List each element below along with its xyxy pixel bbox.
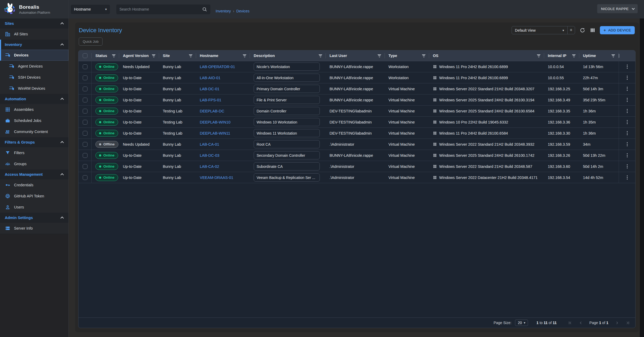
- kebab-menu-icon[interactable]: [626, 130, 629, 137]
- kebab-menu-icon[interactable]: [626, 174, 629, 181]
- next-page-icon[interactable]: [614, 319, 620, 326]
- sidebar-item-agent-devices[interactable]: Agent Devices: [0, 61, 68, 72]
- previous-page-icon[interactable]: [577, 319, 584, 326]
- column-header-os[interactable]: OS: [429, 50, 544, 61]
- hostname-link[interactable]: LAB-CA-02: [200, 164, 219, 169]
- app-logo[interactable]: Borealis Automation Platform: [0, 0, 68, 18]
- row-checkbox[interactable]: [83, 64, 87, 69]
- sidebar-item-winrm-devices[interactable]: WinRM Devices: [0, 83, 68, 94]
- sidebar-section-automation[interactable]: Automation: [0, 94, 68, 104]
- filter-icon[interactable]: [151, 53, 156, 58]
- table-row[interactable]: Online Up-to-Date Bunny Lab LAB-FPS-01 B…: [78, 94, 635, 106]
- sidebar-item-github-api-token[interactable]: GitHub API Token: [0, 191, 68, 202]
- column-header-last-user[interactable]: Last User: [326, 50, 385, 61]
- quick-job-button[interactable]: Quick Job: [79, 37, 103, 46]
- sidebar-item-groups[interactable]: Groups: [0, 158, 68, 169]
- filter-icon[interactable]: [188, 53, 193, 58]
- filter-icon[interactable]: [377, 53, 382, 58]
- description-input[interactable]: [254, 63, 320, 71]
- row-checkbox[interactable]: [83, 175, 87, 180]
- sidebar-item-all-sites[interactable]: All Sites: [0, 29, 68, 40]
- column-header-description[interactable]: Description: [250, 50, 326, 61]
- table-row[interactable]: Online Up-to-Date Testing Lab DEEPLAB-WI…: [78, 117, 635, 128]
- hostname-link[interactable]: LAB-AIO-01: [200, 76, 220, 80]
- description-input[interactable]: [254, 85, 320, 93]
- row-checkbox[interactable]: [83, 131, 87, 136]
- sidebar-section-filters-groups[interactable]: Filters & Groups: [0, 137, 68, 147]
- kebab-menu-icon[interactable]: [626, 163, 629, 170]
- add-view-button[interactable]: +: [568, 27, 575, 33]
- table-row[interactable]: Online Up-to-Date Testing Lab DEEPLAB-WI…: [78, 128, 635, 139]
- kebab-menu-icon[interactable]: [626, 108, 629, 115]
- row-checkbox[interactable]: [83, 87, 87, 91]
- first-page-icon[interactable]: [567, 319, 573, 326]
- filter-icon[interactable]: [572, 53, 576, 58]
- hostname-link[interactable]: DEEPLAB-DC: [200, 109, 224, 113]
- sidebar-item-server-info[interactable]: Server Info: [0, 223, 68, 234]
- description-input[interactable]: [254, 129, 320, 137]
- hostname-link[interactable]: DEEPLAB-WIN10: [200, 120, 230, 124]
- kebab-menu-icon[interactable]: [626, 119, 629, 126]
- kebab-menu-icon[interactable]: [626, 152, 629, 159]
- column-header-agent-version[interactable]: Agent Version: [119, 50, 159, 61]
- sidebar-item-credentials[interactable]: Credentials: [0, 179, 68, 191]
- sidebar-section-admin-settings[interactable]: Admin Settings: [0, 213, 68, 223]
- filter-icon[interactable]: [536, 53, 541, 58]
- sidebar-section-inventory[interactable]: Inventory: [0, 40, 68, 50]
- sidebar-section-access-management[interactable]: Access Management: [0, 169, 68, 179]
- search-icon[interactable]: [202, 7, 207, 12]
- table-row[interactable]: Online Up-to-Date Bunny Lab LAB-DC-01 BU…: [78, 83, 635, 94]
- sidebar-item-scheduled-jobs[interactable]: Scheduled Jobs: [0, 115, 68, 126]
- kebab-menu-icon[interactable]: [626, 141, 629, 148]
- breadcrumb-devices[interactable]: Devices: [236, 9, 249, 13]
- description-input[interactable]: [254, 162, 320, 170]
- table-row[interactable]: Online Up-to-Date Bunny Lab LAB-DC-03 BU…: [78, 150, 635, 161]
- add-device-button[interactable]: + ADD DEVICE: [600, 26, 635, 34]
- filter-icon[interactable]: [421, 53, 426, 58]
- sidebar-item-users[interactable]: Users: [0, 202, 68, 213]
- table-row[interactable]: Online Needs Updated Bunny Lab LAB-OPERA…: [78, 61, 635, 72]
- refresh-icon[interactable]: [580, 27, 585, 33]
- breadcrumb-inventory[interactable]: Inventory: [216, 9, 231, 13]
- user-menu-button[interactable]: NICOLE RAPPE: [597, 4, 638, 13]
- table-row[interactable]: Online Up-to-Date Testing Lab DEEPLAB-DC…: [78, 106, 635, 117]
- kebab-menu-icon[interactable]: [626, 63, 629, 70]
- description-input[interactable]: [254, 173, 320, 182]
- description-input[interactable]: [254, 74, 320, 82]
- column-header-site[interactable]: Site: [159, 50, 196, 61]
- kebab-menu-icon[interactable]: [626, 97, 629, 103]
- select-all-checkbox[interactable]: [83, 53, 87, 58]
- hostname-link[interactable]: DEEPLAB-WIN11: [200, 131, 230, 135]
- hostname-link[interactable]: LAB-DC-03: [200, 153, 219, 158]
- column-resize-handle[interactable]: [619, 54, 619, 58]
- sidebar-item-ssh-devices[interactable]: SSH Devices: [0, 72, 68, 83]
- filter-icon[interactable]: [318, 53, 323, 58]
- column-header-hostname[interactable]: Hostname: [196, 50, 250, 61]
- row-checkbox[interactable]: [83, 120, 87, 125]
- hostname-link[interactable]: LAB-OPERATOR-01: [200, 65, 235, 69]
- page-size-select[interactable]: 20 ▾: [515, 320, 528, 326]
- sidebar-item-devices[interactable]: Devices: [0, 50, 68, 61]
- hostname-link[interactable]: VEEAM-DRAAS-01: [200, 175, 233, 180]
- hostname-link[interactable]: LAB-FPS-01: [200, 98, 221, 102]
- column-header-status[interactable]: Status: [92, 50, 119, 61]
- kebab-menu-icon[interactable]: [626, 74, 629, 81]
- column-header-type[interactable]: Type: [385, 50, 429, 61]
- sidebar-section-sites[interactable]: Sites: [0, 18, 68, 29]
- hostname-link[interactable]: LAB-DC-01: [200, 87, 219, 91]
- columns-icon[interactable]: [590, 27, 595, 33]
- description-input[interactable]: [254, 107, 320, 115]
- last-page-icon[interactable]: [624, 319, 631, 326]
- row-checkbox[interactable]: [83, 164, 87, 169]
- page-scrollbar[interactable]: [640, 18, 644, 337]
- search-field-select[interactable]: Hostname ▾: [71, 5, 110, 14]
- description-input[interactable]: [254, 140, 320, 148]
- kebab-menu-icon[interactable]: [626, 86, 629, 92]
- view-selector[interactable]: Default View ▾: [512, 28, 567, 32]
- description-input[interactable]: [254, 118, 320, 126]
- filter-icon[interactable]: [611, 53, 615, 58]
- sidebar-item-community-content[interactable]: Community Content: [0, 126, 68, 137]
- row-checkbox[interactable]: [83, 98, 87, 102]
- filter-icon[interactable]: [112, 53, 116, 58]
- column-header-internal-ip[interactable]: Internal IP: [544, 50, 579, 61]
